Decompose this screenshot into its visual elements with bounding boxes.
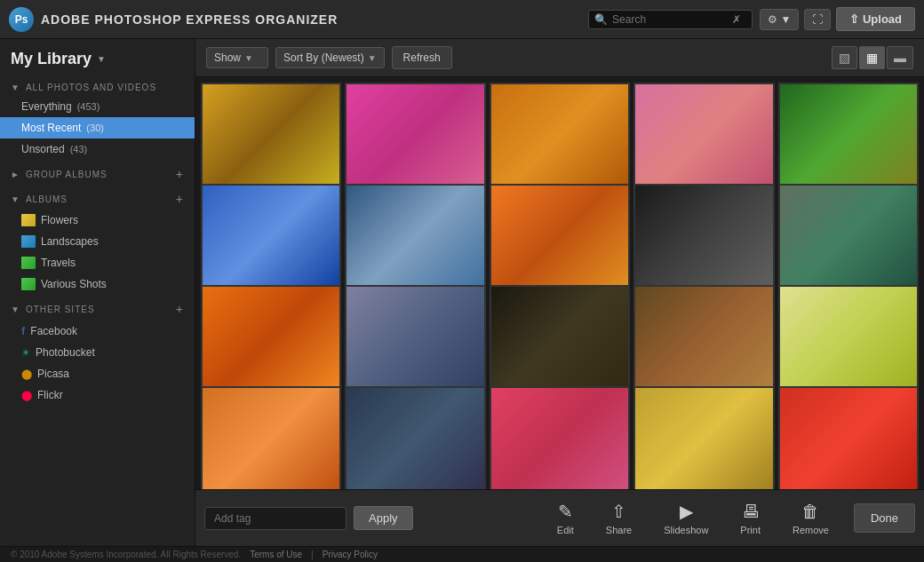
- photo-thumb-15[interactable]: [778, 285, 919, 391]
- sort-chevron-icon: ▼: [368, 53, 377, 63]
- photo-thumb-16[interactable]: [201, 386, 341, 489]
- photo-thumb-11[interactable]: [201, 285, 341, 391]
- landscapes-album-icon: [21, 235, 36, 248]
- photo-thumb-12[interactable]: [345, 285, 485, 391]
- library-header[interactable]: My Library ▼: [0, 39, 195, 75]
- sidebar-item-various-shots[interactable]: Various Shots: [0, 273, 195, 295]
- photo-thumb-13[interactable]: [490, 285, 630, 391]
- most-recent-count: (30): [86, 123, 104, 133]
- photo-thumb-17[interactable]: [345, 386, 485, 489]
- section-expand-icon: ▼: [11, 83, 20, 92]
- albums-expand-icon: ▼: [11, 194, 20, 204]
- group-albums-label: GROUP ALBUMS: [26, 170, 108, 179]
- slideshow-button[interactable]: ▶ Slideshow: [649, 497, 722, 539]
- edit-label: Edit: [557, 525, 574, 535]
- terms-link[interactable]: Terms of Use: [250, 550, 302, 559]
- photobucket-icon: ☀: [21, 347, 30, 359]
- photo-thumb-19[interactable]: [633, 386, 774, 489]
- sidebar-item-most-recent[interactable]: Most Recent (30): [0, 117, 195, 139]
- sidebar-section-other-sites[interactable]: ▼ OTHER SITES +: [0, 295, 195, 320]
- everything-count: (453): [77, 101, 100, 112]
- refresh-button[interactable]: Refresh: [392, 46, 452, 69]
- view-small-grid-button[interactable]: ▧: [832, 46, 857, 69]
- show-chevron-icon: ▼: [244, 53, 253, 63]
- photo-thumb-9[interactable]: [633, 184, 774, 289]
- share-label: Share: [606, 525, 632, 535]
- show-label: Show: [214, 51, 241, 64]
- sidebar-item-flickr[interactable]: ⬤ Flickr: [0, 384, 195, 406]
- share-icon: ⇧: [611, 501, 626, 522]
- done-button[interactable]: Done: [854, 503, 915, 533]
- app-header: Ps ADOBE PHOTOSHOP EXPRESS ORGANIZER 🔍 ✗…: [0, 0, 924, 39]
- edit-icon: ✎: [558, 501, 573, 522]
- photo-thumb-18[interactable]: [490, 386, 630, 489]
- copyright-text: © 2010 Adobe Systems Incorporated. All R…: [11, 550, 241, 559]
- group-expand-icon: ►: [11, 170, 20, 179]
- add-album-button[interactable]: +: [176, 192, 184, 206]
- sidebar-item-flowers[interactable]: Flowers: [0, 210, 195, 231]
- flickr-label: Flickr: [37, 389, 63, 401]
- all-photos-section-label: ALL PHOTOS AND VIDEOS: [26, 83, 156, 92]
- search-input[interactable]: [612, 13, 728, 26]
- photo-thumb-6[interactable]: [201, 184, 341, 289]
- tag-input[interactable]: [204, 507, 346, 530]
- footer-separator: |: [311, 550, 314, 559]
- sidebar-item-picasa[interactable]: ⬤ Picasa: [0, 363, 195, 384]
- show-dropdown[interactable]: Show ▼: [206, 47, 268, 68]
- library-chevron-icon: ▼: [97, 54, 106, 64]
- print-label: Print: [740, 525, 761, 535]
- photo-thumb-8[interactable]: [490, 184, 630, 289]
- add-site-button[interactable]: +: [176, 302, 184, 316]
- most-recent-label: Most Recent: [21, 122, 81, 134]
- picasa-label: Picasa: [37, 368, 69, 380]
- main-area: My Library ▼ ▼ ALL PHOTOS AND VIDEOS Eve…: [0, 39, 924, 546]
- remove-button[interactable]: 🗑 Remove: [778, 498, 843, 539]
- sidebar-item-photobucket[interactable]: ☀ Photobucket: [0, 342, 195, 363]
- travels-album-icon: [21, 257, 36, 269]
- sidebar-section-group-albums[interactable]: ► GROUP ALBUMS +: [0, 160, 195, 185]
- view-large-grid-button[interactable]: ▦: [859, 46, 885, 69]
- sidebar-item-facebook[interactable]: f Facebook: [0, 320, 195, 342]
- settings-button[interactable]: ⚙ ▼: [760, 9, 799, 30]
- sidebar-section-albums[interactable]: ▼ ALBUMS +: [0, 185, 195, 210]
- sidebar-item-unsorted[interactable]: Unsorted (43): [0, 139, 195, 160]
- add-group-album-button[interactable]: +: [176, 167, 184, 181]
- view-list-button[interactable]: ▬: [887, 46, 913, 69]
- photo-thumb-7[interactable]: [345, 184, 485, 289]
- flowers-album-icon: [21, 214, 36, 226]
- remove-icon: 🗑: [801, 502, 819, 522]
- edit-button[interactable]: ✎ Edit: [543, 497, 588, 539]
- photo-thumb-2[interactable]: [345, 83, 485, 188]
- unsorted-label: Unsorted: [21, 143, 65, 155]
- header-actions: ⚙ ▼ ⛶ ⇧ Upload: [760, 7, 915, 31]
- sidebar-section-all-photos[interactable]: ▼ ALL PHOTOS AND VIDEOS: [0, 75, 195, 96]
- photo-thumb-20[interactable]: [778, 386, 919, 489]
- search-clear-icon[interactable]: ✗: [732, 13, 741, 26]
- sidebar-item-landscapes[interactable]: Landscapes: [0, 231, 195, 252]
- photo-thumb-14[interactable]: [633, 285, 774, 391]
- library-title: My Library: [11, 50, 92, 68]
- search-box[interactable]: 🔍 ✗: [588, 10, 753, 29]
- share-button[interactable]: ⇧ Share: [592, 497, 646, 539]
- print-button[interactable]: 🖶 Print: [726, 498, 775, 539]
- fullscreen-button[interactable]: ⛶: [804, 9, 831, 30]
- travels-label: Travels: [41, 257, 76, 269]
- photo-thumb-4[interactable]: [633, 83, 774, 188]
- apply-button[interactable]: Apply: [354, 506, 413, 530]
- app-footer: © 2010 Adobe Systems Incorporated. All R…: [0, 546, 924, 562]
- photo-thumb-1[interactable]: [201, 83, 341, 188]
- photo-thumb-10[interactable]: [778, 184, 919, 289]
- various-album-icon: [21, 278, 36, 290]
- search-icon: 🔍: [594, 13, 608, 26]
- view-toggle: ▧ ▦ ▬: [832, 46, 913, 69]
- landscapes-label: Landscapes: [41, 235, 99, 248]
- picasa-icon: ⬤: [21, 368, 32, 380]
- photo-thumb-3[interactable]: [490, 83, 630, 188]
- sidebar-item-travels[interactable]: Travels: [0, 252, 195, 273]
- photo-thumb-5[interactable]: [778, 83, 919, 188]
- sort-dropdown[interactable]: Sort By (Newest) ▼: [275, 47, 385, 68]
- upload-button[interactable]: ⇧ Upload: [836, 7, 915, 31]
- albums-section-label: ALBUMS: [26, 194, 68, 204]
- sidebar-item-everything[interactable]: Everything (453): [0, 96, 195, 117]
- privacy-link[interactable]: Privacy Policy: [323, 550, 378, 559]
